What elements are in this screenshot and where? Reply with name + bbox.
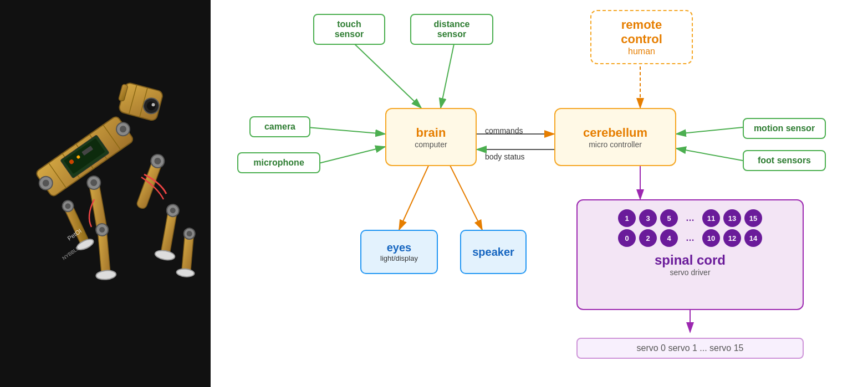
diagram: touch sensor distance sensor camera micr… bbox=[211, 0, 868, 387]
servo-row-2: 0 2 4 … 10 12 14 bbox=[584, 229, 796, 247]
servo-circle-11: 11 bbox=[702, 209, 720, 227]
spinal-cord-label: spinal cord bbox=[584, 252, 796, 268]
remote-sub-label: human bbox=[605, 47, 678, 56]
servos-label: servo 0 servo 1 ... servo 15 bbox=[637, 343, 744, 353]
foot-sensors-label: foot sensors bbox=[758, 156, 811, 165]
microphone-box: microphone bbox=[237, 152, 320, 173]
brain-sub-label: computer bbox=[415, 140, 447, 149]
servo-circle-5: 5 bbox=[660, 209, 678, 227]
camera-label: camera bbox=[264, 122, 295, 131]
touch-sensor-label: touch sensor bbox=[335, 19, 364, 39]
motion-sensor-box: motion sensor bbox=[743, 118, 826, 139]
svg-point-35 bbox=[96, 270, 116, 280]
distance-sensor-box: distance sensor bbox=[410, 14, 493, 45]
svg-line-61 bbox=[399, 163, 430, 230]
servo-circle-13: 13 bbox=[723, 209, 741, 227]
servo-circle-3: 3 bbox=[639, 209, 657, 227]
robot-image: PetOI NYBBLE bbox=[0, 11, 238, 376]
foot-sensors-box: foot sensors bbox=[743, 150, 826, 171]
svg-line-52 bbox=[441, 42, 455, 108]
touch-sensor-box: touch sensor bbox=[313, 14, 385, 45]
svg-line-62 bbox=[449, 163, 482, 230]
speaker-main-label: speaker bbox=[472, 246, 514, 259]
servo-circle-4: 4 bbox=[660, 229, 678, 247]
robot-area: PetOI NYBBLE bbox=[0, 0, 238, 387]
cerebellum-main-label: cerebellum bbox=[583, 126, 647, 140]
spinal-cord-sublabel: servo driver bbox=[584, 268, 796, 277]
camera-box: camera bbox=[249, 116, 310, 137]
servo-row-1: 1 3 5 … 11 13 15 bbox=[584, 209, 796, 227]
svg-line-53 bbox=[308, 127, 385, 134]
svg-line-51 bbox=[352, 42, 421, 108]
servo-circle-15: 15 bbox=[744, 209, 762, 227]
servo-dots-1: … bbox=[681, 209, 699, 227]
brain-box: brain computer bbox=[385, 108, 477, 166]
cerebellum-sub-label: micro controller bbox=[589, 140, 642, 149]
motion-sensor-label: motion sensor bbox=[754, 123, 815, 133]
brain-main-label: brain bbox=[416, 126, 446, 140]
speaker-box: speaker bbox=[460, 230, 527, 274]
body-status-label: body status bbox=[485, 152, 525, 161]
servo-circle-10: 10 bbox=[702, 229, 720, 247]
eyes-main-label: eyes bbox=[387, 241, 412, 254]
spinal-cord-box: 1 3 5 … 11 13 15 0 2 4 … 10 12 14 spinal… bbox=[576, 199, 804, 310]
servo-dots-2: … bbox=[681, 229, 699, 247]
body-status-text: body status bbox=[485, 152, 525, 161]
servo-circle-2: 2 bbox=[639, 229, 657, 247]
servo-circle-12: 12 bbox=[723, 229, 741, 247]
distance-sensor-label: distance sensor bbox=[434, 19, 470, 39]
eyes-box: eyes light/display bbox=[360, 230, 438, 274]
svg-line-59 bbox=[676, 148, 743, 161]
microphone-label: microphone bbox=[253, 158, 304, 167]
arrows-svg bbox=[211, 0, 868, 387]
commands-label: commands bbox=[485, 126, 523, 135]
remote-control-box: remote control human bbox=[590, 10, 693, 64]
servo-bottom-box: servo 0 servo 1 ... servo 15 bbox=[576, 338, 804, 359]
servo-circle-0: 0 bbox=[618, 229, 636, 247]
svg-line-54 bbox=[319, 147, 385, 163]
commands-text: commands bbox=[485, 126, 523, 135]
svg-point-43 bbox=[176, 268, 195, 277]
eyes-sub-label: light/display bbox=[380, 254, 418, 262]
servo-circle-14: 14 bbox=[744, 229, 762, 247]
svg-text:NYBBLE: NYBBLE bbox=[61, 245, 80, 261]
svg-point-28 bbox=[154, 249, 175, 261]
servo-circle-1: 1 bbox=[618, 209, 636, 227]
remote-main-label: remote control bbox=[605, 18, 678, 47]
svg-line-58 bbox=[676, 127, 743, 134]
cerebellum-box: cerebellum micro controller bbox=[554, 108, 676, 166]
